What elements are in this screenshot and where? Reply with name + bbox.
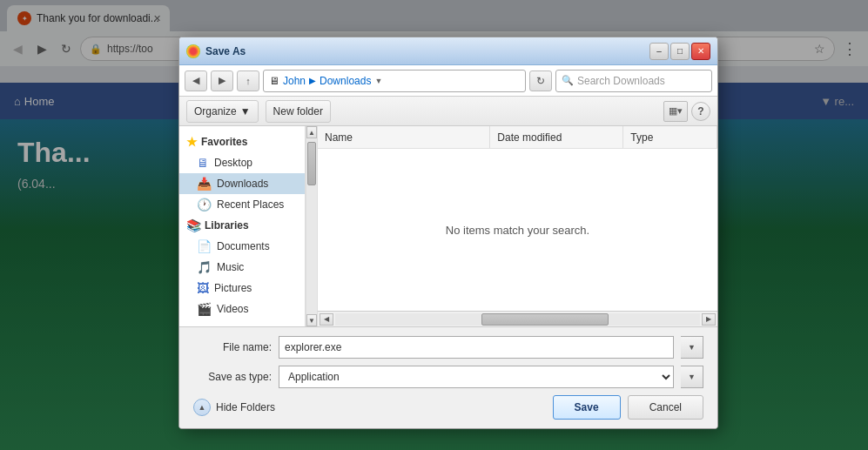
breadcrumb-path[interactable]: 🖥 John ▶ Downloads ▼: [263, 70, 526, 92]
sidebar-scroll-track[interactable]: [306, 138, 317, 314]
sidebar-item-downloads-label: Downloads: [217, 178, 268, 190]
horizontal-scrollbar[interactable]: ◀ ▶: [318, 311, 717, 326]
new-folder-label: New folder: [273, 105, 323, 118]
breadcrumb-search-box[interactable]: 🔍 Search Downloads: [555, 70, 712, 92]
search-icon: 🔍: [562, 75, 574, 86]
help-button[interactable]: ?: [691, 102, 710, 121]
downloads-folder-icon: 📥: [197, 177, 212, 191]
breadcrumb-up-button[interactable]: ↑: [237, 71, 259, 91]
sidebar-libraries-label: Libraries: [205, 219, 249, 232]
dialog-window-buttons: – □ ✕: [649, 43, 710, 60]
breadcrumb-back-button[interactable]: ◀: [185, 71, 207, 91]
sidebar-item-videos-label: Videos: [217, 303, 248, 315]
breadcrumb-refresh-button[interactable]: ↻: [529, 71, 552, 91]
filetype-label: Save as type:: [193, 371, 272, 383]
filetype-row: Save as type: Application ▼: [193, 366, 703, 388]
filename-row: File name: ▼: [193, 336, 703, 359]
pictures-folder-icon: 🖼: [197, 281, 209, 295]
sidebar-item-pictures-label: Pictures: [214, 282, 252, 294]
sidebar-item-desktop[interactable]: 🖥 Desktop: [179, 152, 305, 173]
dialog-breadcrumb-bar: ◀ ▶ ↑ 🖥 John ▶ Downloads ▼ ↻ 🔍 Search Do…: [179, 65, 717, 97]
organize-label: Organize: [194, 105, 237, 118]
hscroll-left-button[interactable]: ◀: [320, 313, 333, 326]
save-button[interactable]: Save: [553, 395, 621, 420]
breadcrumb-computer-icon: 🖥: [269, 75, 279, 87]
save-as-dialog: Save As – □ ✕ ◀ ▶ ↑ 🖥 John ▶ Downloads ▼…: [178, 37, 718, 429]
music-folder-icon: 🎵: [197, 260, 212, 274]
hide-folders-label: Hide Folders: [216, 401, 275, 413]
filename-label: File name:: [193, 341, 272, 353]
dialog-main-area: ★ Favorites 🖥 Desktop 📥 Downloads 🕐 Rece…: [179, 126, 717, 326]
sidebar-scroll-thumb[interactable]: [307, 142, 316, 185]
dialog-maximize-button[interactable]: □: [670, 43, 690, 60]
videos-folder-icon: 🎬: [197, 302, 212, 316]
sidebar-item-music[interactable]: 🎵 Music: [179, 257, 305, 278]
new-folder-button[interactable]: New folder: [266, 100, 331, 123]
sidebar-item-music-label: Music: [217, 261, 244, 273]
sidebar-item-videos[interactable]: 🎬 Videos: [179, 299, 305, 319]
favorites-star-icon: ★: [186, 135, 198, 149]
desktop-folder-icon: 🖥: [197, 156, 209, 170]
sidebar-scrollbar[interactable]: ▲ ▼: [306, 126, 318, 326]
breadcrumb-forward-button[interactable]: ▶: [211, 71, 233, 91]
sidebar-scroll-up-button[interactable]: ▲: [306, 126, 317, 138]
chrome-logo-icon: [186, 44, 200, 58]
sidebar-item-downloads[interactable]: 📥 Downloads: [179, 173, 305, 194]
organize-button[interactable]: Organize ▼: [186, 100, 259, 123]
column-header-type[interactable]: Type: [623, 126, 717, 148]
dialog-minimize-button[interactable]: –: [649, 43, 669, 60]
sidebar-item-desktop-label: Desktop: [214, 157, 252, 169]
sidebar-item-recent-label: Recent Places: [217, 198, 284, 211]
sidebar-item-documents-label: Documents: [217, 240, 270, 252]
filetype-dropdown-button[interactable]: ▼: [681, 366, 703, 388]
filelist-header: Name Date modified Type: [318, 126, 717, 149]
dialog-filelist: Name Date modified Type No items match y…: [318, 126, 717, 326]
documents-folder-icon: 📄: [197, 239, 212, 253]
dialog-titlebar: Save As – □ ✕: [179, 37, 717, 65]
dialog-close-button[interactable]: ✕: [691, 43, 710, 60]
sidebar-item-documents[interactable]: 📄 Documents: [179, 236, 305, 257]
collapse-icon: ▲: [193, 399, 211, 416]
sidebar-favorites-label: Favorites: [201, 136, 247, 148]
dialog-chrome-icon: [186, 44, 200, 58]
filename-dropdown-button[interactable]: ▼: [681, 336, 703, 359]
sidebar-item-recent-places[interactable]: 🕐 Recent Places: [179, 194, 305, 215]
breadcrumb-part-downloads[interactable]: Downloads: [320, 75, 371, 87]
dialog-bottom-section: File name: ▼ Save as type: Application ▼…: [179, 326, 717, 428]
dialog-title: Save As: [205, 45, 649, 57]
view-toggle-button[interactable]: ▦▾: [663, 101, 688, 122]
sidebar-scroll-down-button[interactable]: ▼: [306, 314, 317, 326]
hide-folders-button[interactable]: ▲ Hide Folders: [193, 399, 275, 416]
breadcrumb-search-placeholder: Search Downloads: [577, 75, 665, 87]
dialog-sidebar: ★ Favorites 🖥 Desktop 📥 Downloads 🕐 Rece…: [179, 126, 306, 326]
cancel-button[interactable]: Cancel: [628, 395, 703, 420]
sidebar-libraries-header[interactable]: 📚 Libraries: [179, 215, 305, 236]
breadcrumb-separator: ▶: [309, 76, 316, 85]
column-header-name[interactable]: Name: [318, 126, 490, 148]
toolbar-right: ▦▾ ?: [663, 101, 710, 122]
filename-input[interactable]: [279, 336, 674, 359]
filetype-select[interactable]: Application: [279, 366, 674, 388]
column-header-date-modified[interactable]: Date modified: [490, 126, 623, 148]
recent-places-icon: 🕐: [197, 198, 212, 212]
sidebar-favorites-header[interactable]: ★ Favorites: [179, 131, 305, 152]
sidebar-item-pictures[interactable]: 🖼 Pictures: [179, 278, 305, 299]
hscroll-right-button[interactable]: ▶: [702, 313, 716, 326]
breadcrumb-dropdown-icon[interactable]: ▼: [374, 77, 388, 85]
hscroll-track[interactable]: [335, 313, 700, 326]
libraries-folder-icon: 📚: [186, 218, 201, 232]
hscroll-thumb[interactable]: [481, 313, 609, 326]
organize-dropdown-icon: ▼: [240, 105, 251, 118]
dialog-action-buttons: Save Cancel: [553, 395, 703, 420]
filelist-empty-message: No items match your search.: [318, 149, 717, 311]
dialog-toolbar: Organize ▼ New folder ▦▾ ?: [179, 97, 717, 126]
dialog-button-row: ▲ Hide Folders Save Cancel: [193, 395, 703, 420]
breadcrumb-part-john[interactable]: John: [283, 75, 306, 87]
